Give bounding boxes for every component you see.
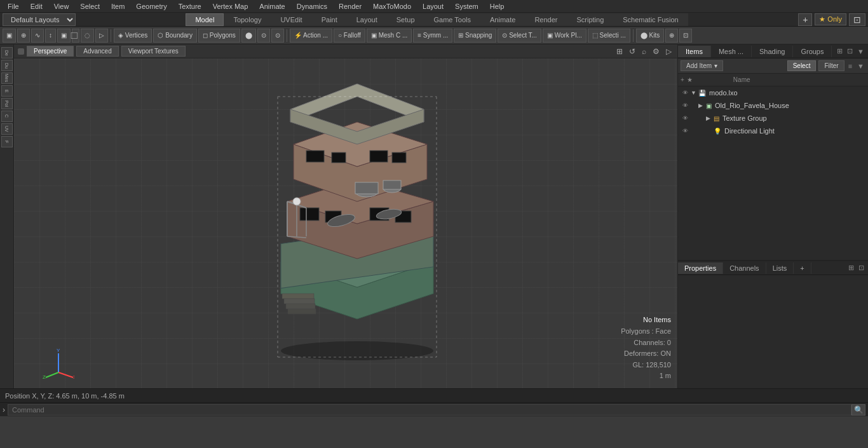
tree-item-house[interactable]: 👁 ▶ ▣ Old_Rio_Favela_House	[678, 99, 868, 112]
tree-arrow-modo[interactable]: ▼	[691, 90, 697, 96]
tab-paint[interactable]: Paint	[312, 13, 347, 26]
tab-add-panel[interactable]: +	[794, 262, 811, 274]
tool-work-pl[interactable]: ▣ Work Pl...	[543, 29, 587, 43]
tool-lasso[interactable]: ∿	[31, 29, 44, 43]
viewport-icon-expand[interactable]: ▷	[664, 47, 674, 56]
tool-transform[interactable]: ⃞	[72, 29, 79, 43]
tool-move[interactable]: ↕	[45, 29, 56, 43]
tool-action[interactable]: ⚡ Action ...	[290, 29, 332, 43]
tool-select-mode[interactable]: ▣	[3, 29, 16, 43]
tree-star-icon[interactable]: ★	[687, 76, 693, 83]
panel-menu-icon[interactable]: ▼	[856, 48, 865, 55]
tab-shading[interactable]: Shading	[752, 46, 793, 57]
panel-collapse-icon[interactable]: ⊡	[846, 47, 854, 55]
viewport-tab-advanced[interactable]: Advanced	[76, 46, 118, 57]
add-layout-button[interactable]: +	[798, 13, 812, 26]
tree-add-icon[interactable]: +	[681, 76, 684, 83]
menu-edit[interactable]: Edit	[25, 1, 48, 11]
tab-layout[interactable]: Layout	[347, 13, 387, 26]
tool-crosshair[interactable]: ⊕	[17, 29, 30, 43]
tool-polygons[interactable]: ◻ Polygons	[198, 29, 240, 43]
tab-uvedit[interactable]: UVEdit	[271, 13, 311, 26]
menu-help[interactable]: Help	[485, 1, 510, 11]
tab-properties[interactable]: Properties	[678, 262, 723, 274]
tab-channels[interactable]: Channels	[723, 262, 766, 274]
eye-icon-texture[interactable]: 👁	[681, 114, 689, 123]
command-input[interactable]	[8, 404, 851, 416]
viewport-icon-fit[interactable]: ⊞	[614, 47, 625, 56]
tool-mesh-c[interactable]: ▣ Mesh C ...	[367, 29, 412, 43]
eye-icon-house[interactable]: 👁	[681, 101, 689, 110]
layout-dropdown[interactable]: Default Layouts	[3, 13, 76, 26]
items-more-icon[interactable]: ▼	[856, 62, 865, 70]
menu-select[interactable]: Select	[75, 1, 105, 11]
tool-boundary[interactable]: ⬡ Boundary	[153, 29, 197, 43]
viewport-icon-search[interactable]: ⌕	[640, 47, 648, 56]
filter-button[interactable]: Filter	[818, 60, 844, 71]
tool-dot3[interactable]: ⊙	[271, 29, 284, 43]
menu-texture[interactable]: Texture	[173, 1, 207, 11]
bottom-expand-icon[interactable]: ⊞	[847, 264, 855, 272]
tree-item-texture-group[interactable]: 👁 ▶ ▤ Texture Group	[678, 112, 868, 125]
tool-vertices[interactable]: ◈ Vertices	[114, 29, 152, 43]
viewport-tab-perspective[interactable]: Perspective	[27, 46, 74, 57]
eye-icon-modo[interactable]: 👁	[681, 88, 689, 97]
menu-view[interactable]: View	[49, 1, 74, 11]
eye-icon-light[interactable]: 👁	[681, 126, 689, 135]
tab-topology[interactable]: Topology	[224, 13, 271, 26]
command-search-button[interactable]: 🔍	[851, 404, 865, 416]
viewport-icon-gear[interactable]: ⚙	[651, 47, 661, 56]
viewport-3d[interactable]: No Items Polygons : Face Channels: 0 Def…	[14, 58, 677, 388]
select-button[interactable]: Select	[787, 60, 817, 71]
tab-animate[interactable]: Animate	[480, 13, 525, 26]
tree-item-light[interactable]: 👁 ▶ 💡 Directional Light	[678, 125, 868, 137]
tab-mesh[interactable]: Mesh ...	[711, 46, 752, 57]
menu-layout[interactable]: Layout	[417, 1, 449, 11]
menu-maxtomodo[interactable]: MaxToModo	[368, 1, 416, 11]
sidebar-btn-f[interactable]: F	[1, 136, 13, 147]
sidebar-btn-c[interactable]: C	[1, 111, 13, 122]
sidebar-btn-e[interactable]: E	[1, 85, 13, 97]
menu-geometry[interactable]: Geometry	[131, 1, 172, 11]
viewport-tab-textures[interactable]: Viewport Textures	[121, 46, 186, 57]
tool-rotate[interactable]: ◌	[81, 29, 94, 43]
menu-animate[interactable]: Animate	[254, 1, 290, 11]
sidebar-btn-mes[interactable]: Mes	[1, 72, 13, 84]
sidebar-btn-pol[interactable]: Pol	[1, 98, 13, 109]
menu-dynamics[interactable]: Dynamics	[292, 1, 332, 11]
tool-symm[interactable]: ≡ Symm ...	[413, 29, 452, 43]
tool-dot2[interactable]: ⊙	[257, 29, 270, 43]
viewport-icon-reset[interactable]: ↺	[627, 47, 637, 56]
tool-arrow[interactable]: ▷	[95, 29, 108, 43]
menu-system[interactable]: System	[450, 1, 484, 11]
tab-game-tools[interactable]: Game Tools	[424, 13, 481, 26]
menu-file[interactable]: File	[3, 1, 24, 11]
menu-vertex-map[interactable]: Vertex Map	[208, 1, 254, 11]
tab-lists[interactable]: Lists	[766, 262, 794, 274]
star-only-button[interactable]: ★ Only	[815, 13, 846, 25]
tab-setup[interactable]: Setup	[387, 13, 424, 26]
tree-item-modo-lxo[interactable]: 👁 ▼ 💾 modo.lxo	[678, 86, 868, 99]
sidebar-btn-du[interactable]: Du	[1, 60, 13, 71]
tool-snapping[interactable]: ⊞ Snapping	[454, 29, 496, 43]
panel-expand-icon[interactable]: ⊞	[836, 47, 844, 55]
tool-kits[interactable]: ⬤ Kits	[636, 29, 664, 43]
tab-items[interactable]: Items	[678, 46, 711, 57]
tool-box[interactable]: ▣	[57, 29, 71, 43]
tool-maximize-viewport[interactable]: ⊡	[679, 29, 692, 43]
tool-selecti[interactable]: ⬚ Selecti ...	[588, 29, 630, 43]
tree-arrow-texture[interactable]: ▶	[706, 115, 712, 121]
tab-groups[interactable]: Groups	[793, 46, 832, 57]
tool-falloff[interactable]: ○ Falloff	[334, 29, 365, 43]
tab-schematic-fusion[interactable]: Schematic Fusion	[613, 13, 688, 26]
maximize-layout-button[interactable]: ⊡	[849, 13, 865, 26]
tool-select-t[interactable]: ⊙ Select T...	[498, 29, 541, 43]
items-collapse-icon[interactable]: ≡	[847, 62, 853, 70]
tree-arrow-house[interactable]: ▶	[698, 102, 705, 109]
tab-render[interactable]: Render	[525, 13, 567, 26]
sidebar-btn-uv[interactable]: UV	[1, 123, 13, 135]
tab-scripting[interactable]: Scripting	[567, 13, 613, 26]
tool-add[interactable]: ⊕	[665, 29, 678, 43]
bottom-maximize-icon[interactable]: ⊡	[857, 264, 865, 272]
viewport-dot[interactable]	[18, 48, 24, 55]
